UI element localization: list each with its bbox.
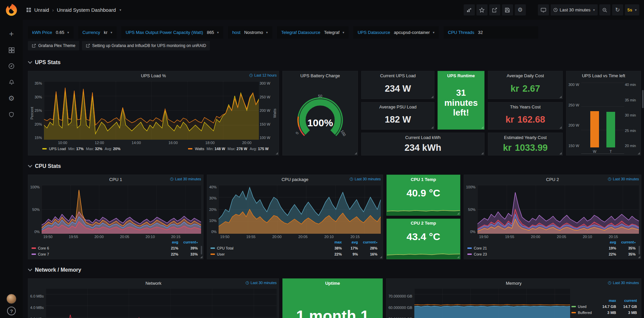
cpu1-chart[interactable] [42, 185, 201, 234]
panel-title[interactable]: UPS Battery Charge [301, 73, 340, 78]
variable-kwh-price[interactable]: kWh Price 0.65▾ [28, 26, 74, 39]
legend-header-avg[interactable]: avg [342, 240, 358, 244]
legend-series-name[interactable]: Watts [195, 147, 204, 151]
time-range-picker[interactable]: Last 30 minutes ▾ [551, 4, 598, 15]
axis-tick: 15% [35, 136, 42, 140]
panel-time-badge[interactable]: Last 12 hours [249, 73, 277, 77]
panel-title[interactable]: CPU package [281, 177, 308, 182]
panel-cpu2: CPU 2 Last 30 minutes 100%50%0% 19:5019:… [464, 175, 641, 259]
legend-header-avg[interactable]: avg [599, 240, 616, 244]
legend-scrollbar[interactable] [639, 246, 640, 255]
section-header-cpu-stats[interactable]: CPU Stats [29, 163, 641, 170]
panel-title[interactable]: This Years Cost [510, 104, 541, 109]
variable-host[interactable]: host Nostromo▾ [228, 26, 272, 39]
panel-title[interactable]: CPU 2 [546, 177, 559, 182]
panel-title[interactable]: Memory [506, 281, 522, 286]
page-scrollbar[interactable] [642, 90, 644, 108]
grafana-logo[interactable] [4, 3, 18, 17]
panel-time-badge[interactable]: Last 30 minutes [170, 177, 201, 181]
variable-label: Telegraf Datasource [281, 30, 320, 35]
panel-title[interactable]: CPU 1 Temp [411, 177, 436, 182]
refresh-button[interactable]: ↻ [612, 4, 623, 15]
legend-scrollbar[interactable] [201, 246, 202, 255]
dashboard-link-ups-monitoring-guide[interactable]: Setting up Grafana and InfluxDB for UPS … [82, 41, 210, 50]
help-icon[interactable]: ? [7, 307, 16, 315]
share-dashboard-button[interactable] [489, 4, 500, 15]
variable-ups-datasource[interactable]: UPS Datasource apcupsd-container▾ [353, 26, 439, 39]
legend-header-max[interactable]: max [326, 240, 342, 244]
legend-series-name[interactable]: UPS Load [49, 147, 66, 151]
panel-title[interactable]: Average PSU Load [379, 104, 416, 109]
panel-title[interactable]: UPS Load vs Time left [582, 73, 625, 78]
sidebar-item-create[interactable]: + [0, 26, 23, 42]
dashboard-link-grafana-plex-theme[interactable]: Grafana Plex Theme [28, 41, 79, 50]
legend-header-avg[interactable]: avg [161, 240, 178, 244]
memory-chart[interactable] [414, 289, 570, 318]
network-chart[interactable] [46, 289, 277, 318]
panel-title[interactable]: UPS Runtime [447, 73, 475, 78]
legend-series-name[interactable]: Buffered [578, 311, 592, 315]
cycle-view-mode-button[interactable] [538, 4, 549, 15]
variable-telegraf-datasource[interactable]: Telegraf Datasource Telegraf▾ [277, 26, 349, 39]
refresh-interval-picker[interactable]: 5s ▾ [625, 4, 640, 15]
panel-title[interactable]: Current UPS Load [380, 73, 416, 78]
variable-value[interactable]: Telegraf▾ [324, 30, 344, 35]
axis-tick: 19:55 [69, 235, 78, 239]
ups-bar-chart[interactable]: WT [581, 83, 624, 154]
save-dashboard-button[interactable] [502, 4, 513, 15]
breadcrumb-dashboard-title[interactable]: Unraid System Dashboard [57, 7, 116, 13]
legend-series-name[interactable]: Core 6 [38, 246, 49, 250]
cpu-package-chart[interactable] [219, 185, 381, 234]
dashboard-settings-button[interactable]: ⚙ [515, 4, 526, 15]
section-header-ups-stats[interactable]: UPS Stats [29, 59, 641, 66]
legend-header-current[interactable]: current▾ [178, 240, 198, 244]
add-panel-button[interactable] [464, 4, 475, 15]
panel-title[interactable]: Estimated Yearly Cost [504, 135, 547, 140]
variable-value[interactable]: 865▾ [207, 30, 219, 35]
variable-value[interactable]: 0.65▾ [56, 30, 69, 35]
chevron-down-icon[interactable]: ▾ [120, 8, 121, 12]
ups-load-chart[interactable] [44, 81, 259, 140]
breadcrumb-app[interactable]: Unraid [34, 7, 49, 13]
legend-series-name[interactable]: Core 7 [38, 252, 49, 256]
zoom-out-button[interactable] [599, 4, 610, 15]
user-avatar[interactable] [6, 294, 16, 304]
panel-time-badge[interactable]: Last 30 minutes [608, 281, 639, 285]
star-dashboard-button[interactable] [476, 4, 488, 15]
sidebar-item-alerting[interactable] [0, 74, 23, 90]
panel-title[interactable]: Current Load kWh [405, 135, 441, 140]
sidebar-item-server-admin[interactable] [0, 106, 23, 123]
variable-input-value[interactable]: 32 [478, 30, 483, 35]
panel-title[interactable]: CPU 2 Temp [411, 221, 436, 226]
variable-value[interactable]: Nostromo▾ [244, 30, 268, 35]
legend-series-name[interactable]: Core 21 [474, 246, 487, 250]
legend-series-name[interactable]: Core 23 [474, 252, 487, 256]
legend-header-current[interactable]: current▾ [616, 240, 636, 244]
panel-title[interactable]: Uptime [325, 281, 340, 286]
legend-header-max[interactable]: max [595, 299, 616, 303]
panel-title[interactable]: UPS Load % [141, 73, 166, 78]
panel-title[interactable]: Network [145, 281, 162, 286]
variable-cpu-threads[interactable]: CPU Threads 32 [444, 26, 538, 39]
variable-value[interactable]: apcupsd-container▾ [394, 30, 434, 35]
section-header-network-memory[interactable]: Network / Memory [29, 266, 641, 274]
variable-currency[interactable]: Currency kr▾ [78, 26, 117, 39]
sidebar-item-configuration[interactable]: ⚙ [0, 90, 23, 106]
chart-svg [387, 204, 460, 215]
panel-title[interactable]: Average Daily Cost [507, 73, 544, 78]
panel-time-badge[interactable]: Last 30 minutes [350, 177, 381, 181]
variable-ups-max-output[interactable]: UPS Max Output Power Capacity (Watt) 865… [121, 26, 223, 39]
legend-header-current[interactable]: current▾ [358, 240, 377, 244]
panel-title[interactable]: CPU 1 [109, 177, 122, 182]
variable-value[interactable]: kr▾ [104, 30, 112, 35]
sidebar-item-explore[interactable] [0, 58, 23, 74]
panel-time-badge[interactable]: Last 30 minutes [608, 177, 639, 181]
panel-time-badge[interactable]: Last 30 minutes [245, 281, 277, 285]
cpu2-chart[interactable] [477, 185, 639, 234]
legend-header-current[interactable]: current [616, 299, 637, 303]
battery-gauge[interactable]: 100% 050100 [285, 81, 355, 153]
legend-series-name[interactable]: Used [578, 305, 587, 309]
legend-series-name[interactable]: CPU Total [217, 246, 233, 250]
sidebar-item-dashboards[interactable] [0, 42, 23, 58]
legend-series-name[interactable]: User [217, 252, 225, 256]
